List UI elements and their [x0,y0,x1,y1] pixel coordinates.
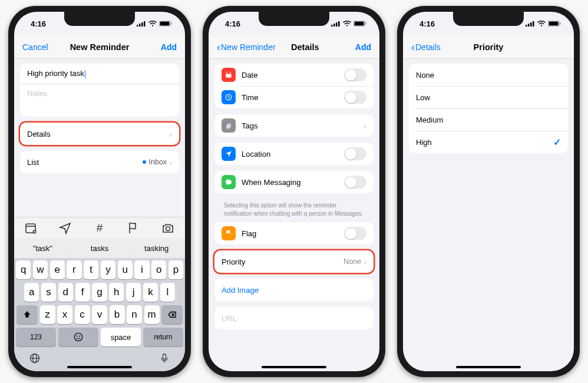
nav-title: Priority [474,42,504,52]
add-image-row[interactable]: Add Image [214,279,374,301]
cellular-icon [526,21,535,27]
key-z[interactable]: z [40,305,55,324]
tags-row[interactable]: # Tags › [214,114,374,137]
key-a[interactable]: a [24,283,39,302]
home-indicator[interactable] [262,366,326,368]
key-t[interactable]: t [84,260,98,279]
key-w[interactable]: w [33,260,48,279]
flag-icon[interactable] [127,221,141,235]
list-row[interactable]: List Inbox › [20,151,179,173]
key-f[interactable]: f [75,283,90,302]
svg-rect-34 [526,25,527,27]
title-card: High priority task Notes [20,64,179,117]
nav-title: New Reminder [70,42,130,52]
add-button[interactable]: Add [140,42,177,52]
back-button[interactable]: ‹Details [411,42,448,52]
key-c[interactable]: c [75,305,90,324]
key-i[interactable]: i [134,260,149,279]
priority-row[interactable]: Priority None › [214,250,374,273]
key-h[interactable]: h [109,283,124,302]
key-q[interactable]: q [16,260,31,279]
details-label: Details [27,130,167,138]
list-label: List [27,158,143,167]
key-g[interactable]: g [92,283,107,302]
suggestion-3[interactable]: tasking [128,244,185,253]
key-x[interactable]: x [57,305,72,324]
key-d[interactable]: d [58,283,73,302]
svg-rect-2 [141,22,143,27]
cancel-button[interactable]: Cancel [22,42,59,52]
key-j[interactable]: j [126,283,141,302]
location-icon[interactable] [58,221,72,235]
messaging-row[interactable]: When Messaging [214,171,374,193]
key-emoji[interactable] [58,328,98,346]
location-icon [222,147,236,161]
svg-rect-3 [144,21,146,27]
camera-icon[interactable] [161,221,175,235]
back-button[interactable]: ‹New Reminder [217,42,276,52]
svg-point-12 [166,226,170,230]
key-m[interactable]: m [144,305,160,324]
svg-rect-22 [331,25,333,27]
battery-icon [354,21,366,27]
option-low[interactable]: Low [409,86,568,108]
svg-rect-37 [533,21,534,27]
flag-row[interactable]: Flag [214,222,374,245]
home-indicator[interactable] [67,366,132,368]
time-row[interactable]: Time [214,86,374,108]
key-k[interactable]: k [143,283,158,302]
suggestion-2[interactable]: tasks [71,244,128,253]
key-r[interactable]: r [67,260,81,279]
message-icon [222,175,236,189]
flag-icon [222,226,236,240]
time-toggle[interactable] [344,91,366,104]
wifi-icon [343,21,351,27]
option-none[interactable]: None [409,64,568,86]
location-toggle[interactable] [344,147,366,160]
svg-rect-24 [336,22,338,27]
date-toggle[interactable] [344,68,366,81]
title-input[interactable]: High priority task [20,64,179,84]
list-dot-icon [143,160,146,164]
key-123[interactable]: 123 [16,328,56,346]
notes-input[interactable]: Notes [20,84,179,117]
key-return[interactable]: return [143,328,183,346]
flag-label: Flag [242,229,344,238]
key-s[interactable]: s [41,283,56,302]
globe-icon[interactable] [29,352,41,367]
status-icons [137,21,172,27]
option-high[interactable]: High ✓ [409,131,568,153]
phone-frame-1: 4:16 Cancel New Reminder Add High priori… [8,6,191,377]
key-y[interactable]: y [101,260,115,279]
flag-toggle[interactable] [344,227,366,240]
key-p[interactable]: p [169,260,183,279]
key-shift[interactable] [16,305,38,324]
key-delete[interactable] [161,305,183,324]
option-medium[interactable]: Medium [409,108,568,131]
list-value: Inbox [148,158,167,166]
messaging-toggle[interactable] [344,176,366,189]
suggestion-1[interactable]: "task" [14,244,71,253]
checkmark-icon: ✓ [553,137,561,148]
svg-rect-35 [528,24,530,27]
details-row[interactable]: Details › [20,123,179,145]
mic-icon[interactable] [158,352,170,367]
chevron-left-icon: ‹ [411,42,415,52]
status-icons [526,21,561,27]
url-row[interactable]: URL [214,307,374,329]
home-indicator[interactable] [456,366,521,368]
key-l[interactable]: l [160,283,175,302]
tag-icon[interactable]: # [93,221,107,235]
key-v[interactable]: v [92,305,107,324]
key-b[interactable]: b [110,305,125,324]
svg-rect-6 [171,22,172,25]
calendar-icon[interactable] [24,221,38,235]
key-e[interactable]: e [50,260,65,279]
key-n[interactable]: n [127,305,142,324]
key-space[interactable]: space [101,328,141,346]
add-button[interactable]: Add [335,42,371,52]
key-o[interactable]: o [151,260,166,279]
location-row[interactable]: Location [214,143,374,165]
date-row[interactable]: Date [214,64,374,86]
key-u[interactable]: u [118,260,133,279]
